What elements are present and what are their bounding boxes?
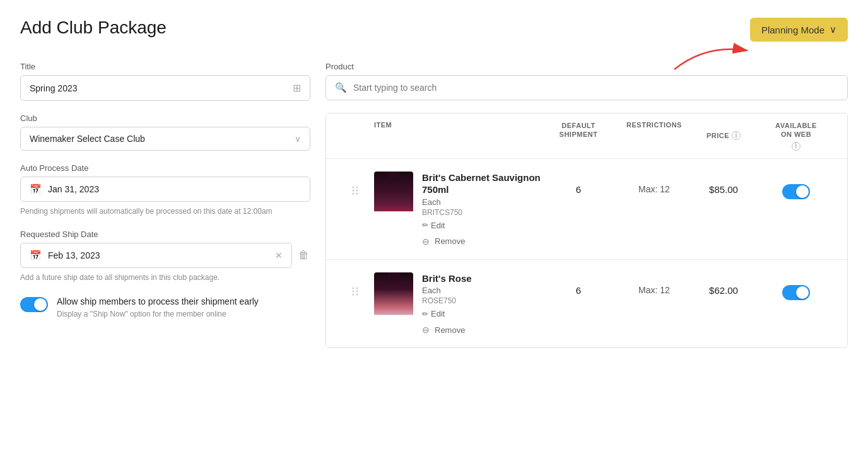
auto-process-label: Auto Process Date: [20, 163, 310, 173]
available-toggle-2[interactable]: [755, 272, 837, 300]
ship-date-value: Feb 13, 2023: [48, 250, 269, 260]
early-ship-toggle-row: Allow ship members to process their ship…: [20, 296, 310, 318]
club-select[interactable]: Winemaker Select Case Club ∨: [20, 127, 310, 151]
ship-date-field-group: Requested Ship Date 📅 Feb 13, 2023 ✕ 🗑 A…: [20, 230, 310, 283]
price-1: $85.00: [692, 172, 755, 195]
club-label: Club: [20, 114, 310, 123]
right-panel: Product 🔍 ITEM DEFAULTSHIPMENT RESTRICTI…: [326, 62, 848, 348]
item-details-1: Brit's Cabernet Sauvignon 750ml Each BRI…: [422, 172, 541, 247]
table-row: Brit's Rose Each ROSE750 ✏ Edit: [326, 260, 847, 348]
early-ship-toggle-hint: Display a "Ship Now" option for the memb…: [57, 310, 310, 318]
table-header: ITEM DEFAULTSHIPMENT RESTRICTIONS PRICE …: [326, 114, 847, 159]
header-price: PRICE i: [692, 121, 755, 151]
table-row: Brit's Cabernet Sauvignon 750ml Each BRI…: [326, 159, 847, 260]
auto-process-date-input[interactable]: 📅 Jan 31, 2023: [20, 177, 310, 202]
svg-point-9: [353, 290, 355, 292]
svg-point-7: [353, 287, 355, 289]
item-info-2: Brit's Rose Each ROSE750 ✏ Edit: [374, 272, 541, 335]
page-title: Add Club Package: [20, 18, 167, 38]
product-search-box[interactable]: 🔍: [326, 75, 848, 100]
edit-icon-1: ✏: [422, 221, 428, 230]
auto-process-value: Jan 31, 2023: [48, 184, 99, 194]
product-search-input[interactable]: [353, 83, 838, 93]
ship-date-label: Requested Ship Date: [20, 230, 310, 239]
item-unit-2: Each: [422, 286, 541, 295]
price-label: PRICE: [707, 132, 729, 139]
header-default-shipment: DEFAULTSHIPMENT: [541, 121, 616, 151]
auto-process-hint: Pending shipments will automatically be …: [20, 206, 310, 217]
calendar-icon-title: ⊞: [293, 82, 301, 94]
svg-point-3: [353, 189, 355, 191]
svg-point-4: [356, 189, 358, 191]
restrictions-2: Max: 12: [616, 272, 692, 295]
title-field-group: Title Spring 2023 ⊞: [20, 62, 310, 101]
svg-point-12: [356, 293, 358, 295]
svg-point-5: [353, 192, 355, 194]
header-drag: [336, 121, 374, 151]
ship-date-input[interactable]: 📅 Feb 13, 2023 ✕: [20, 243, 292, 268]
default-shipment-2: 6: [541, 272, 616, 296]
title-input[interactable]: Spring 2023 ⊞: [20, 75, 310, 101]
price-info-icon[interactable]: i: [732, 131, 741, 140]
item-info-1: Brit's Cabernet Sauvignon 750ml Each BRI…: [374, 172, 541, 247]
svg-point-2: [356, 186, 358, 188]
svg-point-10: [356, 290, 358, 292]
club-value: Winemaker Select Case Club: [30, 134, 145, 144]
planning-mode-label: Planning Mode: [761, 25, 824, 35]
delete-ship-date-icon[interactable]: 🗑: [297, 244, 310, 267]
planning-mode-button[interactable]: Planning Mode ∨: [750, 18, 848, 42]
remove-circle-icon-2: ⊖: [422, 325, 430, 335]
svg-point-6: [356, 192, 358, 194]
available-toggle-1[interactable]: [755, 172, 837, 199]
items-table: ITEM DEFAULTSHIPMENT RESTRICTIONS PRICE …: [326, 113, 848, 348]
svg-point-11: [353, 293, 355, 295]
calendar-icon-ship: 📅: [30, 250, 42, 261]
item-name-2: Brit's Rose: [422, 272, 541, 285]
price-2: $62.00: [692, 272, 755, 296]
svg-point-1: [353, 186, 355, 188]
header-restrictions: RESTRICTIONS: [616, 121, 692, 151]
early-ship-toggle-label: Allow ship members to process their ship…: [57, 296, 310, 308]
header-available-on-web: AVAILABLEON WEB i: [755, 121, 837, 151]
edit-icon-2: ✏: [422, 310, 428, 318]
drag-handle-2[interactable]: [336, 272, 374, 298]
title-value: Spring 2023: [30, 83, 78, 93]
drag-handle-1[interactable]: [336, 172, 374, 197]
early-ship-toggle[interactable]: [20, 297, 48, 312]
available-web-info-icon[interactable]: i: [792, 142, 801, 151]
restrictions-1: Max: 12: [616, 172, 692, 194]
item-actions-2: ✏ Edit: [422, 309, 541, 318]
item-details-2: Brit's Rose Each ROSE750 ✏ Edit: [422, 272, 541, 335]
item-name-1: Brit's Cabernet Sauvignon 750ml: [422, 172, 541, 196]
edit-item-2[interactable]: ✏ Edit: [422, 309, 445, 318]
item-sku-2: ROSE750: [422, 296, 541, 305]
club-field-group: Club Winemaker Select Case Club ∨: [20, 114, 310, 151]
remove-item-2[interactable]: ⊖ Remove: [422, 325, 541, 335]
planning-mode-chevron: ∨: [830, 24, 836, 35]
remove-circle-icon-1: ⊖: [422, 236, 430, 247]
calendar-icon-auto: 📅: [30, 183, 42, 195]
default-shipment-1: 6: [541, 172, 616, 195]
available-web-label: AVAILABLEON WEB: [775, 121, 817, 139]
left-panel: Title Spring 2023 ⊞ Club Winemaker Selec…: [20, 62, 310, 348]
item-actions-1: ✏ Edit: [422, 221, 541, 230]
search-icon: 🔍: [335, 82, 347, 93]
title-label: Title: [20, 62, 310, 71]
edit-item-1[interactable]: ✏ Edit: [422, 221, 445, 230]
item-sku-1: BRITCS750: [422, 208, 541, 217]
auto-process-field-group: Auto Process Date 📅 Jan 31, 2023 Pending…: [20, 163, 310, 217]
remove-item-1[interactable]: ⊖ Remove: [422, 236, 541, 247]
club-chevron-icon: ∨: [295, 134, 301, 144]
clear-ship-date-icon[interactable]: ✕: [275, 250, 283, 260]
product-label: Product: [326, 62, 848, 71]
header-item: ITEM: [374, 121, 541, 151]
product-field-group: Product 🔍: [326, 62, 848, 100]
ship-date-hint: Add a future ship date to all shipments …: [20, 272, 310, 283]
item-unit-1: Each: [422, 197, 541, 207]
svg-point-8: [356, 287, 358, 289]
